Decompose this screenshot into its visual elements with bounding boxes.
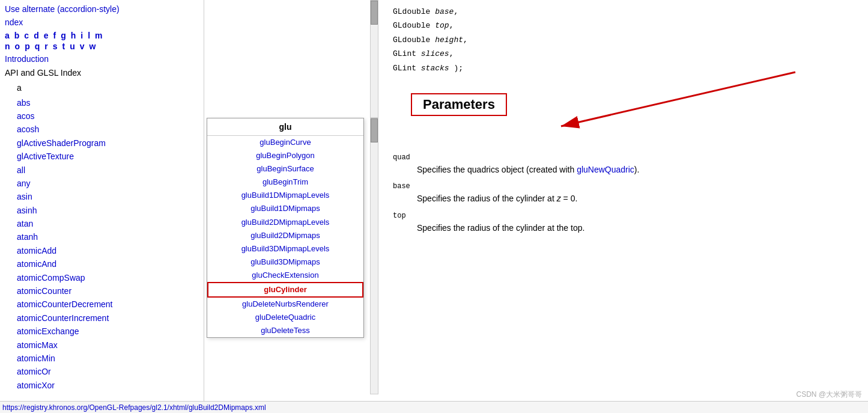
sidebar-alpha-row2: n o p q r s t u v w [5, 41, 199, 51]
param-name-quad: quad [393, 153, 854, 162]
middle-scrollbar[interactable] [370, 118, 378, 394]
sidebar-item-atanh[interactable]: atanh [17, 230, 199, 243]
sidebar-alpha-v[interactable]: v [80, 41, 85, 51]
popup-item-gluBeginSurface[interactable]: gluBeginSurface [207, 162, 363, 176]
popup-item-gluDeleteTess[interactable]: gluDeleteTess [207, 324, 363, 337]
middle-scrollbar-thumb[interactable] [371, 118, 378, 142]
sidebar-item-atomicExchange[interactable]: atomicExchange [17, 325, 199, 338]
sidebar-item-atomicCounterDecrement[interactable]: atomicCounterDecrement [17, 298, 199, 311]
watermark: CSDN @大米粥哥哥 [796, 390, 862, 400]
params-box: Parameters [411, 93, 507, 116]
popup-items: gluBeginCurvegluBeginPolygongluBeginSurf… [207, 136, 363, 337]
gluNewQuadric-link[interactable]: gluNewQuadric [577, 165, 634, 174]
popup-item-gluBuild1DMipmaps[interactable]: gluBuild1DMipmaps [207, 202, 363, 215]
statusbar-url: https://registry.khronos.org/OpenGL-Refp… [2, 403, 266, 412]
sidebar-item-acosh[interactable]: acosh [17, 123, 199, 136]
svg-line-0 [561, 72, 795, 126]
sidebar-section-a: a absacosacoshglActiveShaderProgramglAct… [5, 81, 199, 392]
sidebar-alpha-b[interactable]: b [14, 31, 20, 40]
sidebar-item-atomicCounter[interactable]: atomicCounter [17, 284, 199, 298]
popup-item-gluBeginPolygon[interactable]: gluBeginPolygon [207, 149, 363, 162]
param-desc-base: Specifies the radius of the cylinder at … [417, 192, 854, 205]
sig-line-3: GLdouble height, [393, 33, 854, 47]
sidebar-item-any[interactable]: any [17, 177, 199, 190]
sidebar-alpha-r[interactable]: r [44, 41, 47, 51]
sidebar-item-atomicMax[interactable]: atomicMax [17, 338, 199, 352]
popup-item-gluDeleteNurbsRenderer[interactable]: gluDeleteNurbsRenderer [207, 298, 363, 311]
sidebar-api-index-heading: API and GLSL Index [5, 66, 199, 81]
sidebar-alpha-c[interactable]: c [24, 31, 29, 40]
param-base: base Specifies the radius of the cylinde… [393, 182, 854, 205]
sidebar-alpha-row1: a b c d e f g h i l m [5, 31, 199, 40]
sig-line-4: GLint slices, [393, 47, 854, 61]
popup-item-gluBeginTrim[interactable]: gluBeginTrim [207, 176, 363, 189]
popup-item-gluBuild3DMipmapLevels[interactable]: gluBuild3DMipmapLevels [207, 242, 363, 255]
sidebar-alpha-o[interactable]: o [15, 41, 20, 51]
sidebar-alpha-u[interactable]: u [70, 41, 75, 51]
sidebar-item-asinh[interactable]: asinh [17, 204, 199, 217]
popup-item-gluBeginCurve[interactable]: gluBeginCurve [207, 136, 363, 149]
sidebar-item-asin[interactable]: asin [17, 190, 199, 203]
sidebar-item-glActiveShaderProgram[interactable]: glActiveShaderProgram [17, 136, 199, 150]
params-section: quad Specifies the quadrics object (crea… [393, 153, 854, 234]
sidebar-alpha-s[interactable]: s [53, 41, 58, 51]
popup-item-gluCheckExtension[interactable]: gluCheckExtension [207, 269, 363, 282]
sidebar-item-abs[interactable]: abs [17, 96, 199, 109]
sidebar-alpha-p[interactable]: p [25, 41, 30, 51]
param-name-top: top [393, 212, 854, 220]
sidebar-alpha-g[interactable]: g [61, 31, 66, 40]
sidebar-alpha-a[interactable]: a [5, 31, 10, 40]
popup-item-gluBuild1DMipmapLevels[interactable]: gluBuild1DMipmapLevels [207, 189, 363, 202]
sidebar-alpha-n[interactable]: n [5, 41, 10, 51]
sig-line-5: GLint stacks ); [393, 61, 854, 75]
params-title: Parameters [423, 97, 495, 112]
popup-header: glu [207, 118, 363, 136]
sig-line-1: GLdouble base, [393, 5, 854, 19]
popup-box[interactable]: glu gluBeginCurvegluBeginPolygongluBegin… [207, 118, 364, 338]
popup-item-gluDeleteQuadric[interactable]: gluDeleteQuadric [207, 311, 363, 324]
sidebar-alpha-e[interactable]: e [44, 31, 49, 40]
sidebar-alpha-f[interactable]: f [53, 31, 56, 40]
param-quad: quad Specifies the quadrics object (crea… [393, 153, 854, 176]
sidebar-alpha-h[interactable]: h [71, 31, 76, 40]
sidebar-alpha-w[interactable]: w [90, 41, 96, 51]
sidebar-alpha-d[interactable]: d [34, 31, 39, 40]
middle-panel: glu gluBeginCurvegluBeginPolygongluBegin… [204, 0, 378, 413]
sidebar-index-link[interactable]: ndex [5, 16, 199, 29]
sidebar[interactable]: Use alternate (accordion-style) ndex a b… [0, 0, 204, 413]
annotation-container: Parameters [393, 81, 854, 141]
sidebar-item-atomicAdd[interactable]: atomicAdd [17, 244, 199, 257]
sidebar-item-atomicCounterIncrement[interactable]: atomicCounterIncrement [17, 311, 199, 325]
sidebar-category-a: a [17, 81, 199, 96]
popup-item-gluCylinder[interactable]: gluCylinder [207, 282, 363, 298]
sidebar-item-atomicAnd[interactable]: atomicAnd [17, 257, 199, 271]
sidebar-item-all[interactable]: all [17, 164, 199, 177]
sidebar-item-acos[interactable]: acos [17, 109, 199, 123]
sidebar-item-atomicCompSwap[interactable]: atomicCompSwap [17, 271, 199, 284]
param-desc-quad: Specifies the quadrics object (created w… [417, 163, 854, 176]
sidebar-item-atomicXor[interactable]: atomicXor [17, 379, 199, 392]
param-name-base: base [393, 182, 854, 191]
content-area[interactable]: GLdouble base, GLdouble top, GLdouble he… [378, 0, 868, 413]
sidebar-alpha-l[interactable]: l [88, 31, 90, 40]
param-top: top Specifies the radius of the cylinder… [393, 212, 854, 234]
sig-line-2: GLdouble top, [393, 19, 854, 32]
sidebar-item-glActiveTexture[interactable]: glActiveTexture [17, 150, 199, 163]
sidebar-item-atomicOr[interactable]: atomicOr [17, 365, 199, 378]
sidebar-alpha-t[interactable]: t [62, 41, 65, 51]
popup-item-gluBuild2DMipmapLevels[interactable]: gluBuild2DMipmapLevels [207, 216, 363, 229]
popup-item-gluBuild3DMipmaps[interactable]: gluBuild3DMipmaps [207, 255, 363, 269]
top-scrollbar-thumb[interactable] [371, 1, 378, 25]
top-scrollbar[interactable] [370, 0, 378, 118]
popup-item-gluBuild2DMipmaps[interactable]: gluBuild2DMipmaps [207, 229, 363, 242]
param-desc-top: Specifies the radius of the cylinder at … [417, 221, 854, 234]
sidebar-alpha-q[interactable]: q [35, 41, 40, 51]
sidebar-accordion-link[interactable]: Use alternate (accordion-style) [5, 2, 199, 16]
sidebar-item-atan[interactable]: atan [17, 217, 199, 230]
statusbar: https://registry.khronos.org/OpenGL-Refp… [0, 401, 868, 413]
sidebar-introduction-link[interactable]: Introduction [5, 52, 199, 66]
sidebar-alpha-m[interactable]: m [95, 31, 102, 40]
signature-block: GLdouble base, GLdouble top, GLdouble he… [393, 5, 854, 75]
sidebar-alpha-i[interactable]: i [80, 31, 83, 40]
sidebar-item-atomicMin[interactable]: atomicMin [17, 352, 199, 365]
